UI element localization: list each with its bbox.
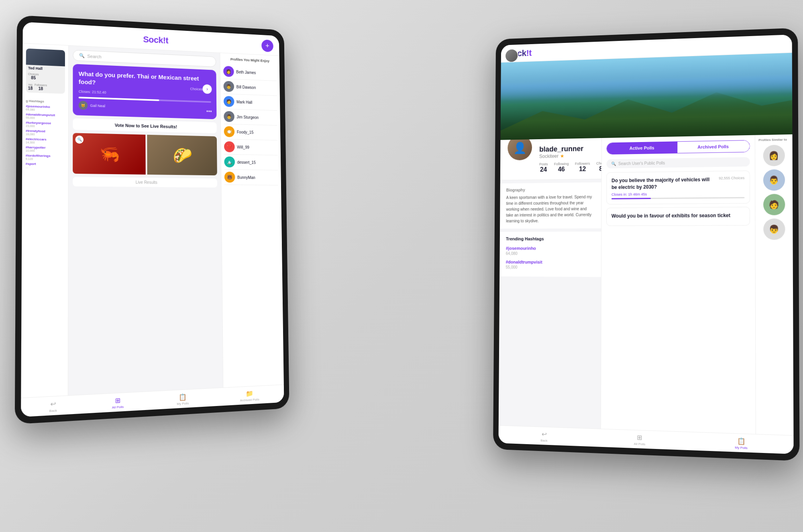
right-my-polls-icon: 📋 — [737, 437, 746, 445]
profile-stats-row: Posts 24 Following 46 Followers 12 — [539, 161, 601, 173]
my-polls-icon: 📋 — [179, 393, 187, 401]
profile-handle: Sockiteer ★ — [539, 152, 601, 159]
hashtag-trendyfood[interactable]: #trendyfood 18,080 — [26, 129, 65, 136]
profile-beth-james[interactable]: 👩 Beth James — [223, 64, 277, 81]
nav-my-polls[interactable]: 📋 My Polls — [177, 393, 189, 406]
mark-hall-avatar: 🧑 — [224, 96, 234, 107]
back-icon: ↩ — [50, 400, 56, 408]
profile-mark-hall[interactable]: 🧑 Mark Hall — [224, 94, 277, 111]
polls-sidebar: Active Polls Archived Polls 🔍 Search Use… — [601, 135, 756, 434]
poll-options-button[interactable]: ••• — [206, 108, 212, 114]
beth-james-avatar: 👩 — [223, 66, 234, 77]
search-icon: 🔍 — [79, 53, 85, 59]
profile-card-mini[interactable]: Ted Hall Choices 85 ing 18 — [26, 49, 65, 94]
archived-polls-tab[interactable]: Archived Polls — [677, 140, 750, 153]
profile-info-section: 👤 blade_runner Sockiteer ★ Posts — [500, 138, 601, 181]
profile-bunnyman[interactable]: 🐻 BunnyMan — [224, 170, 278, 185]
right-app: Sock!t 👤 blade_runner — [499, 35, 794, 454]
polls-search-placeholder: Search User's Public Polls — [618, 161, 665, 166]
right-body: 👤 blade_runner Sockiteer ★ Posts — [499, 134, 794, 435]
left-app-logo: Sock!t — [143, 35, 168, 46]
profile-stats-mini: Choices 85 — [26, 71, 65, 83]
similar-avatar-2[interactable]: 👨 — [763, 169, 785, 191]
will99-avatar: ❤️ — [224, 141, 235, 152]
hashtag-donaldtrumpvisit[interactable]: #donaldtrumpvisit 55,000 — [26, 112, 65, 120]
dessert15-avatar: 🏔️ — [224, 156, 235, 168]
similar-avatar-4[interactable]: 👦 — [763, 219, 785, 240]
profile-will99[interactable]: ❤️ Will_99 — [224, 139, 278, 155]
hashtag-josemourinho[interactable]: #josemourinho 64,080 — [26, 104, 65, 112]
profile-foody15[interactable]: 🍽️ Foody_15 — [224, 124, 278, 140]
live-results-bar: Live Results — [73, 177, 217, 188]
hashtag-electriccars[interactable]: #electriccars 14,300 — [26, 137, 65, 144]
profile-avatar: 👤 — [506, 138, 533, 162]
vote-prompt: Vote Now to See Live Results! — [73, 118, 217, 133]
hashtag-turkeyorgoose[interactable]: #turkeyorgoose 23,000 — [26, 121, 65, 128]
left-tablet: Sock!t + Ted Hall Choices 85 — [15, 15, 289, 424]
polls-tabs: Active Polls Archived Polls — [607, 140, 750, 154]
right-screen: Sock!t 👤 blade_runner — [499, 35, 794, 454]
similar-avatar-3[interactable]: 🧑 — [763, 194, 785, 215]
poll-arrow-button[interactable]: › — [202, 84, 212, 94]
poll-user-avatar: 🐱 — [79, 101, 88, 110]
following-stat: ing 18 — [28, 83, 33, 91]
trending-title: g Hashtags — [26, 99, 65, 104]
jim-sturgeon-avatar: 👨 — [224, 111, 234, 122]
poll-electric-vehicles[interactable]: Do you believe the majority of vehicles … — [606, 171, 750, 204]
profile-jim-sturgeon[interactable]: 👨 Jim Sturgeon — [224, 109, 277, 126]
right-back-icon: ↩ — [542, 430, 547, 438]
followers-stats: ing 18 Followers 18 — [26, 82, 65, 94]
profile-main-content: 👤 blade_runner Sockiteer ★ Posts — [499, 138, 601, 429]
hashtag-sport[interactable]: #sport ... — [26, 162, 65, 169]
hashtag-row-josemourinho[interactable]: #josemourinho 64,080 — [506, 244, 595, 256]
profile-text-info: blade_runner Sockiteer ★ Posts 24 — [539, 144, 601, 173]
right-all-polls-icon: ⊞ — [637, 434, 642, 442]
food-image-2 — [147, 135, 217, 175]
polls-search-icon: 🔍 — [611, 162, 616, 166]
foody15-avatar: 🍽️ — [224, 126, 235, 137]
followers-stat-right: Followers 12 — [575, 162, 590, 173]
poll-card[interactable]: What do you prefer. Thai or Mexican stre… — [73, 64, 216, 119]
left-sidebar: Ted Hall Choices 85 ing 18 — [21, 43, 69, 398]
profiles-panel: Profiles You Might Enjoy 👩 Beth James 👨 … — [220, 53, 283, 388]
top-left-avatar[interactable] — [505, 49, 518, 63]
profile-hero-banner — [501, 53, 793, 140]
image-grid: 🔍 — [73, 133, 217, 175]
poll-choices-label: Choices — [190, 87, 202, 91]
poll-electric-question: Do you believe the majority of vehicles … — [611, 176, 715, 191]
nav-back[interactable]: ↩ Back — [49, 400, 57, 413]
profiles-panel-title: Profiles You Might Enjoy — [223, 57, 277, 63]
all-polls-icon: ⊞ — [115, 396, 120, 404]
poll-electric-progress — [611, 197, 744, 199]
profile-banner-mini — [26, 49, 65, 67]
trending-section: g Hashtags #josemourinho 64,080 #donaldt… — [26, 99, 65, 171]
profile-dessert15[interactable]: 🏔️ dessert_15 — [224, 154, 278, 171]
polls-search-bar[interactable]: 🔍 Search User's Public Polls — [606, 157, 750, 169]
poll-user: 🐱 Gail Neal — [79, 101, 105, 110]
right-nav-my-polls[interactable]: 📋 My Polls — [735, 437, 747, 450]
choices-stat: Choices 85 — [28, 73, 39, 80]
bunnyman-avatar: 🐻 — [224, 172, 235, 183]
nav-all-polls[interactable]: ⊞ All Polls — [112, 396, 124, 410]
active-polls-tab[interactable]: Active Polls — [607, 142, 677, 154]
profile-bill-dawson[interactable]: 👨 Bill Dawson — [224, 79, 277, 96]
poll-season-ticket[interactable]: Would you be in favour of exhibits for s… — [606, 207, 750, 226]
poll-electric-progress-fill — [611, 198, 651, 199]
archived-polls-icon: 📁 — [246, 390, 253, 398]
trending-hashtags-title: Trending Hashtags — [506, 236, 595, 241]
bio-text: A keen sportsman with a love for travel.… — [506, 194, 595, 224]
hashtag-row-donaldtrump[interactable]: #donaldtrumpvisit 55,000 — [506, 258, 595, 270]
posts-stat: Posts 24 — [539, 162, 548, 173]
add-button[interactable]: + — [261, 39, 273, 52]
right-nav-back[interactable]: ↩ Back — [540, 430, 547, 442]
right-nav-all-polls[interactable]: ⊞ All Polls — [634, 433, 646, 446]
profiles-similar-title: Profiles Similar to — [758, 138, 789, 142]
image-search-icon[interactable]: 🔍 — [75, 136, 84, 144]
profiles-similar-panel: Profiles Similar to 👩 👨 🧑 👦 — [755, 134, 794, 435]
followers-stat: Followers 18 — [35, 83, 47, 91]
similar-avatar-1[interactable]: 👩 — [763, 145, 785, 167]
hashtag-harrypotter[interactable]: #harrypotter 10,000 — [26, 145, 65, 152]
hashtag-lordoftherings[interactable]: #lordoftherings 9,120 — [26, 154, 65, 161]
nav-archived-polls[interactable]: 📁 Archived Polls — [240, 389, 259, 402]
left-body: Ted Hall Choices 85 ing 18 — [21, 43, 284, 398]
